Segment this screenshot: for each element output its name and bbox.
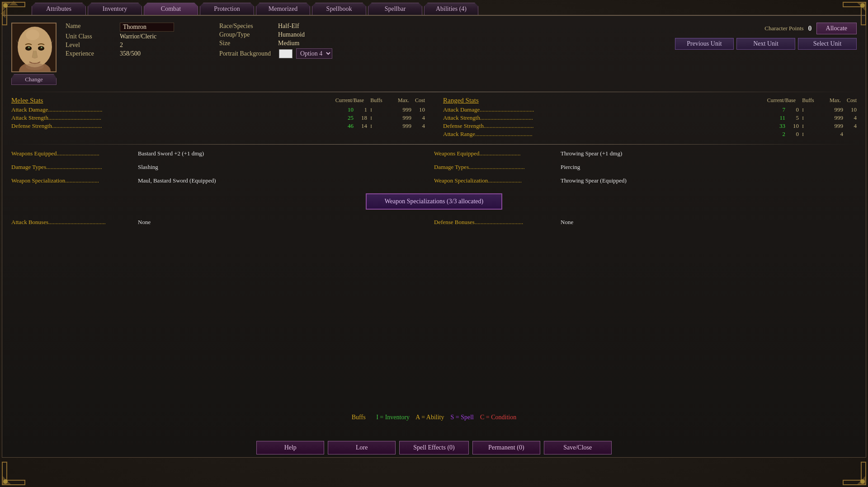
melee-defense-strength-label: Defense Strength........................… <box>11 122 333 130</box>
nav-tabs: Attributes Inventory Combat Protection M… <box>0 0 868 15</box>
weapon-specialization-row: Weapon Specialization...................… <box>7 177 861 184</box>
attack-bonuses-left: Attack Bonuses..........................… <box>11 219 434 226</box>
tab-attributes[interactable]: Attributes <box>32 3 86 15</box>
ranged-attack-strength-label: Attack Strength.........................… <box>443 114 765 122</box>
weapon-spec-container: Weapon Specializations (3/3 allocated) <box>7 193 861 210</box>
melee-attack-strength-info[interactable]: I <box>368 115 374 121</box>
melee-defense-strength-row: Defense Strength........................… <box>11 122 425 130</box>
spell-effects-button[interactable]: Spell Effects (0) <box>399 441 469 454</box>
ranged-attack-damage-row: Attack Damage...........................… <box>443 106 857 113</box>
group-type-value: Humanoid <box>278 31 305 38</box>
experience-value: 358/500 <box>120 50 141 57</box>
melee-attack-damage-row: Attack Damage...........................… <box>11 106 425 113</box>
lore-button[interactable]: Lore <box>328 441 396 454</box>
ranged-col-current-base: Current/Base <box>767 97 796 104</box>
ranged-defense-strength-current: 33 <box>765 122 785 130</box>
melee-attack-strength-cost: 4 <box>411 114 425 122</box>
main-content: Change Name Thomron Unit Class Warrior/C… <box>2 15 866 458</box>
ranged-attack-damage-max: 999 <box>823 106 843 113</box>
tab-inventory[interactable]: Inventory <box>88 3 142 15</box>
race-info-block: Race/Species Half-Elf Group/Type Humanoi… <box>219 23 332 85</box>
buffs-legend: Buffs I = Inventory A = Ability S = Spel… <box>2 414 866 421</box>
ranged-defense-strength-info[interactable]: I <box>800 123 806 129</box>
melee-attack-strength-row: Attack Strength.........................… <box>11 114 425 122</box>
group-type-row: Group/Type Humanoid <box>219 31 332 38</box>
melee-defense-strength-cost: 4 <box>411 122 425 130</box>
ranged-attack-strength-info[interactable]: I <box>800 115 806 121</box>
portrait-bg-swatch <box>279 49 292 58</box>
ranged-defense-strength-label: Defense Strength........................… <box>443 122 765 130</box>
portrait-area: Change <box>11 23 57 85</box>
ranged-attack-strength-current: 11 <box>765 114 785 122</box>
svg-point-2 <box>3 479 8 484</box>
tab-memorized[interactable]: Memorized <box>256 3 310 15</box>
ranged-attack-damage-base: 0 <box>785 106 799 113</box>
buffs-i-legend: I = Inventory <box>376 414 410 421</box>
melee-attack-damage-info[interactable]: I <box>368 107 374 112</box>
portrait-frame <box>11 23 57 72</box>
portrait-bg-label: Portrait Background <box>219 50 271 57</box>
melee-defense-strength-max: 999 <box>391 122 411 130</box>
unit-class-value: Warrior/Cleric <box>120 33 156 40</box>
melee-attack-damage-base: 1 <box>354 106 367 113</box>
melee-col-cost: Cost <box>409 97 425 104</box>
melee-col-current-base: Current/Base <box>335 97 364 104</box>
melee-defense-strength-info[interactable]: I <box>368 123 374 129</box>
melee-weapons-left: Weapons Equipped........................… <box>11 150 434 157</box>
melee-spec-label: Weapon Specialization...................… <box>11 177 138 184</box>
ranged-defense-strength-row: Defense Strength........................… <box>443 122 857 130</box>
name-row: Name Thomron <box>66 23 192 32</box>
corner-decoration-br <box>841 460 868 487</box>
ranged-attack-damage-info[interactable]: I <box>800 107 806 112</box>
size-row: Size Medium <box>219 40 332 47</box>
experience-row: Experience 358/500 <box>66 50 192 57</box>
ranged-attack-range-info[interactable]: I <box>800 131 806 137</box>
svg-point-16 <box>26 63 44 70</box>
ranged-stats-title: Ranged Stats <box>443 97 479 104</box>
change-button[interactable]: Change <box>11 74 57 85</box>
select-unit-button[interactable]: Select Unit <box>798 38 857 50</box>
tab-spellbar[interactable]: Spellbar <box>368 3 422 15</box>
ranged-attack-strength-base: 5 <box>785 114 799 122</box>
ranged-spec-right: Weapon Specialization...................… <box>434 177 857 184</box>
char-points-value: 0 <box>808 24 812 33</box>
level-value: 2 <box>120 42 123 49</box>
ranged-damage-label: Damage Types............................… <box>434 164 561 171</box>
ranged-attack-damage-cost: 10 <box>843 106 857 113</box>
name-label: Name <box>66 23 115 32</box>
tab-spellbook[interactable]: Spellbook <box>312 3 366 15</box>
permanent-button[interactable]: Permanent (0) <box>472 441 540 454</box>
char-points-label: Character Points <box>764 25 803 32</box>
next-unit-button[interactable]: Next Unit <box>736 38 795 50</box>
portrait-bg-select[interactable]: Option 4 Option 1 Option 2 Option 3 Opti… <box>296 48 332 59</box>
ranged-col-max: Max. <box>821 97 841 104</box>
ranged-weapons-value: Throwing Spear (+1 dmg) <box>561 150 622 157</box>
weapon-spec-button[interactable]: Weapon Specializations (3/3 allocated) <box>366 193 503 210</box>
tab-combat[interactable]: Combat <box>144 3 198 15</box>
bonuses-row: Attack Bonuses..........................… <box>7 219 861 226</box>
unit-nav-row: Previous Unit Next Unit Select Unit <box>675 38 857 50</box>
melee-col-buffs: Buffs <box>364 97 389 104</box>
damage-types-row: Damage Types............................… <box>7 164 861 171</box>
prev-unit-button[interactable]: Previous Unit <box>675 38 734 50</box>
weapons-equipped-row: Weapons Equipped........................… <box>7 150 861 157</box>
melee-attack-strength-label: Attack Strength.........................… <box>11 114 333 122</box>
help-button[interactable]: Help <box>256 441 324 454</box>
corner-decoration-bl <box>0 460 27 487</box>
ranged-defense-strength-max: 999 <box>823 122 843 130</box>
buffs-a-legend: A = Ability <box>415 414 444 421</box>
unit-class-row: Unit Class Warrior/Cleric <box>66 33 192 40</box>
melee-weapons-value: Bastard Sword +2 (+1 dmg) <box>138 150 204 157</box>
tab-protection[interactable]: Protection <box>200 3 254 15</box>
svg-point-3 <box>860 479 865 484</box>
svg-point-1 <box>860 3 865 8</box>
character-header: Change Name Thomron Unit Class Warrior/C… <box>7 20 861 87</box>
melee-damage-value: Slashing <box>138 164 158 171</box>
portrait-bg-row: Portrait Background Option 4 Option 1 Op… <box>219 48 332 59</box>
tab-abilities[interactable]: Abilities (4) <box>424 3 478 15</box>
save-close-button[interactable]: Save/Close <box>544 441 612 454</box>
experience-label: Experience <box>66 50 115 57</box>
level-label: Level <box>66 42 115 49</box>
race-species-label: Race/Species <box>219 23 269 30</box>
ranged-defense-strength-cost: 4 <box>843 122 857 130</box>
